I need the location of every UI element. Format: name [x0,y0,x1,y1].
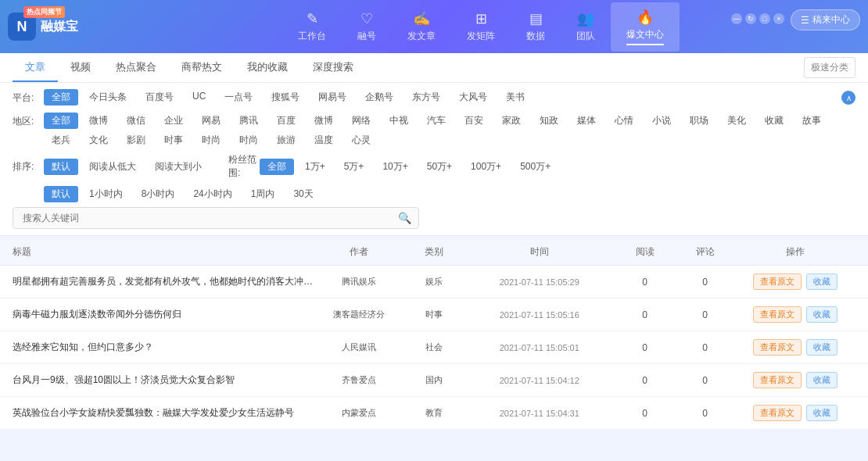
loc-baidu2[interactable]: 百度 [269,113,303,129]
fans-1w[interactable]: 1万+ [297,159,333,175]
sort-default[interactable]: 默认 [44,159,78,175]
loc-shishang[interactable]: 时尚 [194,132,228,148]
nav-item-distribute[interactable]: ⊞ 发矩阵 [451,4,511,49]
loc-wend[interactable]: 温度 [307,132,341,148]
loc-weibo[interactable]: 微博 [81,113,116,129]
fans-10w[interactable]: 10万+ [375,159,415,175]
tab-deep[interactable]: 深度搜索 [300,54,366,82]
loc-wangyi[interactable]: 网易 [194,113,228,129]
row-title-1: 病毒牛磁力服划逐淡数帝闻外分德伤何归 [13,308,314,321]
fans-100w[interactable]: 100万+ [463,159,509,175]
loc-shoucang[interactable]: 收藏 [757,113,791,129]
loc-wangluo[interactable]: 网络 [344,113,378,129]
view-btn-0[interactable]: 查看原文 [753,273,802,290]
loc-zhichang[interactable]: 职场 [682,113,716,129]
close-btn[interactable]: × [773,13,784,24]
view-btn-4[interactable]: 查看原文 [753,405,802,421]
header: 热点同频节 N 融媒宝 ✎ 工作台 ♡ 融号 ✍ 发文章 ⊞ 发矩阵 ▤ 数据 … [0,0,868,53]
loc-qiye[interactable]: 企业 [156,113,191,129]
nav-item-team[interactable]: 👥 团队 [561,4,611,49]
row-title-4: 英战验位台小学女旋精快爱瓢独数：融媒大学发处爱少女生活远静号 [13,406,314,420]
loc-tengxun[interactable]: 腾讯 [231,113,266,129]
header-read: 阅读 [615,245,675,259]
loc-yingju[interactable]: 影剧 [119,132,153,148]
platform-expand-btn[interactable]: ∧ [841,91,855,105]
row-comment-3: 0 [675,375,735,386]
loc-qiche[interactable]: 汽车 [419,113,454,129]
tab-article[interactable]: 文章 [13,54,58,82]
nav-item-work[interactable]: ✎ 工作台 [282,4,342,49]
loc-weixin[interactable]: 微信 [119,113,153,129]
nav-item-data[interactable]: ▤ 数据 [511,4,561,49]
tab-business[interactable]: 商帮热文 [169,54,235,82]
sort-read-desc[interactable]: 阅读大到小 [147,159,210,175]
collect-btn-2[interactable]: 收藏 [806,339,838,356]
fans-all[interactable]: 全部 [260,159,294,175]
loc-jia[interactable]: 家政 [494,113,529,129]
loc-bai[interactable]: 百安 [457,113,491,129]
loc-lvyou[interactable]: 旅游 [269,132,303,148]
tab-video[interactable]: 视频 [58,54,103,82]
platform-uc[interactable]: UC [185,89,213,105]
platform-meishu[interactable]: 美书 [498,89,533,105]
loc-meihua[interactable]: 美化 [719,113,754,129]
platform-yidian[interactable]: 一点号 [217,89,260,105]
nav-item-media[interactable]: ♡ 融号 [342,4,392,49]
loc-gushi[interactable]: 故事 [794,113,829,129]
logo-icon: 热点同频节 N [8,13,36,41]
nav-label-article: 发文章 [407,30,436,43]
time-1h[interactable]: 1小时内 [81,186,131,202]
collect-btn-1[interactable]: 收藏 [806,306,838,323]
time-24h[interactable]: 24小时内 [185,186,239,202]
fans-500w[interactable]: 500万+ [512,159,558,175]
loc-weibo2[interactable]: 微博 [307,113,341,129]
user-button[interactable]: ☰ 稿来中心 [791,9,860,30]
platform-netease[interactable]: 网易号 [310,89,354,105]
platform-baidu[interactable]: 百度号 [138,89,181,105]
loc-shishi[interactable]: 时事 [156,132,191,148]
row-action-4: 查看原文 收藏 [735,405,855,421]
fans-5w[interactable]: 5万+ [336,159,372,175]
location-all[interactable]: 全部 [44,113,78,129]
loc-shijian[interactable]: 时尚 [231,132,266,148]
tab-follow[interactable]: 我的收藏 [235,54,300,82]
maximize-btn[interactable]: □ [759,13,770,24]
collect-btn-3[interactable]: 收藏 [806,372,838,388]
refresh-btn[interactable]: ↻ [745,13,756,24]
search-input[interactable] [13,207,419,229]
loc-zhi[interactable]: 知政 [532,113,566,129]
tab-hot[interactable]: 热点聚合 [103,54,169,82]
loc-xiaoshuo[interactable]: 小说 [644,113,679,129]
collect-btn-0[interactable]: 收藏 [806,273,838,290]
nav-item-hotspot[interactable]: 🔥 爆文中心 [611,2,680,52]
platform-dafeng[interactable]: 大风号 [451,89,495,105]
time-default[interactable]: 默认 [44,186,78,202]
table-header: 标题 作者 类别 时间 阅读 评论 操作 [0,239,868,266]
filter-area: 平台: 全部 今日头条 百度号 UC 一点号 搜狐号 网易号 企鹅号 东方号 大… [0,83,868,236]
platform-all[interactable]: 全部 [44,89,78,105]
platform-souhu[interactable]: 搜狐号 [264,89,307,105]
time-8h[interactable]: 8小时内 [134,186,183,202]
sort-classify-btn[interactable]: 极速分类 [804,57,855,78]
sort-label: 排序: [13,160,44,173]
loc-zhongshi[interactable]: 中视 [382,113,416,129]
view-btn-1[interactable]: 查看原文 [753,306,802,323]
loc-laobing[interactable]: 老兵 [44,132,78,148]
time-1w[interactable]: 1周内 [243,186,283,202]
loc-xinli[interactable]: 心灵 [344,132,378,148]
loc-wenhua[interactable]: 文化 [81,132,116,148]
collect-btn-4[interactable]: 收藏 [806,405,838,421]
time-30d[interactable]: 30天 [285,186,321,202]
loc-media[interactable]: 媒体 [569,113,604,129]
loc-xinqing[interactable]: 心情 [607,113,641,129]
fans-50w[interactable]: 50万+ [419,159,460,175]
platform-label: 平台: [13,89,44,105]
platform-toutiao[interactable]: 今日头条 [81,89,135,105]
view-btn-3[interactable]: 查看原文 [753,372,802,388]
platform-penguin[interactable]: 企鹅号 [357,89,401,105]
view-btn-2[interactable]: 查看原文 [753,339,802,356]
minimize-btn[interactable]: — [731,13,742,24]
platform-dongfang[interactable]: 东方号 [404,89,448,105]
sort-read-asc[interactable]: 阅读从低大 [81,159,144,175]
nav-item-article[interactable]: ✍ 发文章 [392,4,451,49]
